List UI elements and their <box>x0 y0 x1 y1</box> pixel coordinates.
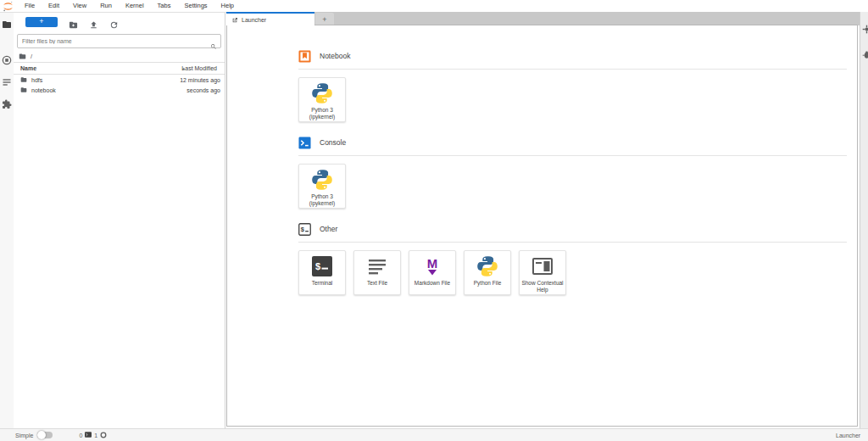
console-icon <box>298 137 311 149</box>
menu-run[interactable]: Run <box>93 0 119 12</box>
terminals-count: 0 <box>79 433 82 438</box>
card-label: Python File <box>472 280 504 287</box>
launcher-panel: Notebook Python 3 (ipykernel) <box>226 25 858 427</box>
svg-text:M: M <box>427 256 438 271</box>
launcher-section-notebook: Notebook Python 3 (ipykernel) <box>298 49 857 122</box>
file-filter-box <box>17 34 221 48</box>
breadcrumb: / <box>14 50 225 62</box>
search-icon <box>210 38 217 45</box>
section-title: Console <box>320 138 346 147</box>
left-sidebar <box>0 13 14 428</box>
file-filter-input[interactable] <box>18 38 210 44</box>
file-modified: seconds ago <box>186 87 220 93</box>
kernel-terminal-status[interactable]: 0 1 <box>76 432 107 439</box>
section-title: Other <box>320 225 337 233</box>
card-label: Python 3 (ipykernel) <box>308 107 337 121</box>
text-file-card[interactable]: Text File <box>353 250 401 295</box>
kernels-count: 1 <box>94 433 97 438</box>
menu-help[interactable]: Help <box>214 0 241 12</box>
launcher-section-other: $ Other $ <box>298 222 857 295</box>
file-modified: 12 minutes ago <box>180 77 220 83</box>
status-bar-right-text: Launcher <box>836 429 868 441</box>
menu-settings[interactable]: Settings <box>177 0 214 12</box>
terminal-card[interactable]: $ Terminal <box>298 250 346 295</box>
console-python3-card[interactable]: Python 3 (ipykernel) <box>298 164 346 209</box>
python-logo-icon <box>311 169 333 191</box>
new-launcher-button[interactable]: + <box>25 17 58 27</box>
file-row-hdfs[interactable]: hdfs 12 minutes ago <box>14 75 225 85</box>
file-browser-tab-icon[interactable] <box>2 18 12 28</box>
file-browser-panel: + / <box>14 13 225 428</box>
tab-label: Launcher <box>242 17 266 23</box>
menu-edit[interactable]: Edit <box>42 0 66 12</box>
divider <box>298 242 847 243</box>
terminal-status-icon <box>85 432 92 438</box>
card-label: Text File <box>365 280 389 287</box>
tab-launcher[interactable]: Launcher <box>226 12 314 25</box>
simple-label: Simple <box>15 433 33 438</box>
column-name[interactable]: Name <box>14 65 36 71</box>
launcher-tab-icon <box>231 12 238 27</box>
contextual-help-icon <box>531 255 554 277</box>
python-file-card[interactable]: Python File <box>464 250 511 295</box>
card-label: Terminal <box>310 280 335 287</box>
python-logo-icon <box>476 255 498 277</box>
folder-icon <box>20 87 27 93</box>
divider <box>298 155 847 156</box>
debugger-icon[interactable] <box>862 47 868 57</box>
file-name: notebook <box>31 87 56 93</box>
card-label: Show Contextual Help <box>520 280 565 294</box>
file-row-notebook[interactable]: notebook seconds ago <box>14 85 225 95</box>
column-last-modified[interactable]: Last Modified <box>181 65 217 71</box>
terminal-outline-icon: $ <box>298 223 311 236</box>
card-label: Markdown File <box>413 280 452 287</box>
file-browser-toolbar: + <box>14 13 225 31</box>
markdown-file-card[interactable]: M Markdown File <box>409 250 456 295</box>
menu-tabs[interactable]: Tabs <box>151 0 178 12</box>
text-file-icon <box>366 255 388 277</box>
terminal-icon: $ <box>311 255 333 277</box>
extension-manager-tab-icon[interactable] <box>2 98 12 108</box>
new-folder-icon[interactable] <box>69 18 78 27</box>
menu-kernel[interactable]: Kernel <box>119 0 151 12</box>
refresh-icon[interactable] <box>109 18 119 27</box>
simple-mode-toggle[interactable]: Simple <box>15 432 53 438</box>
right-sidebar <box>860 12 868 428</box>
upload-icon[interactable] <box>89 18 98 27</box>
running-kernels-tab-icon[interactable] <box>2 53 12 64</box>
svg-text:$: $ <box>315 261 320 271</box>
python-logo-icon <box>311 82 333 104</box>
status-bar: Simple 0 1 Launcher <box>0 428 868 441</box>
tab-bar: Launcher + <box>226 12 860 25</box>
menu-bar: File Edit View Run Kernel Tabs Settings … <box>0 0 868 13</box>
folder-icon <box>20 76 27 83</box>
launcher-section-console: Console Python 3 (ipykernel) <box>298 136 857 209</box>
table-of-contents-tab-icon[interactable] <box>2 75 12 86</box>
menu-view[interactable]: View <box>66 0 93 12</box>
jupyter-logo-icon <box>3 1 14 11</box>
property-inspector-icon[interactable] <box>862 22 868 31</box>
toggle-switch[interactable] <box>37 432 53 438</box>
menu-file[interactable]: File <box>18 0 42 12</box>
card-label: Python 3 (ipykernel) <box>308 193 337 208</box>
new-tab-button[interactable]: + <box>315 13 334 25</box>
breadcrumb-root[interactable]: / <box>31 53 32 60</box>
file-list-header: Name ▲ Last Modified <box>14 62 225 75</box>
show-contextual-help-card[interactable]: Show Contextual Help <box>519 250 566 295</box>
main-dock-panel: Launcher + Notebook <box>226 12 860 428</box>
kernel-status-icon <box>100 432 107 439</box>
file-name: hdfs <box>31 77 42 83</box>
notebook-python3-card[interactable]: Python 3 (ipykernel) <box>298 77 346 122</box>
section-title: Notebook <box>320 52 350 60</box>
notebook-icon <box>298 50 311 63</box>
divider <box>298 69 847 70</box>
markdown-icon: M <box>421 255 443 277</box>
